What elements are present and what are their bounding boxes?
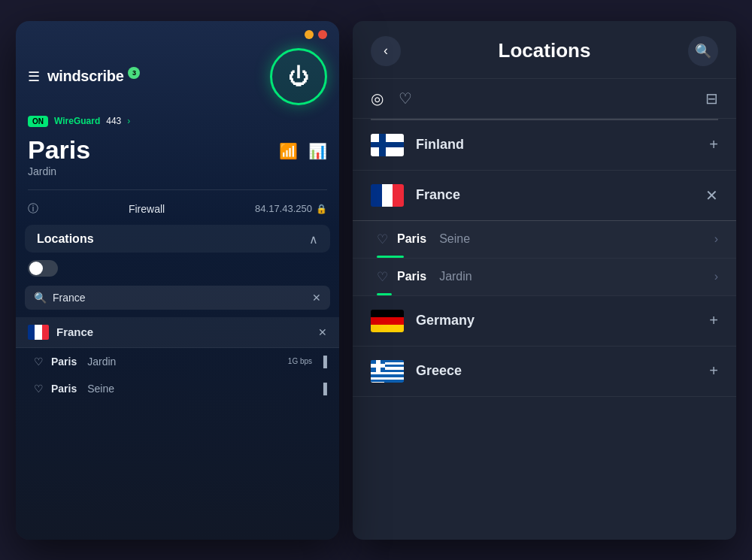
status-icons: 📶 📊 [279, 136, 327, 160]
toggle-knob [29, 262, 43, 275]
france-servers: ♡ Paris Seine › ♡ Paris Jardin › [353, 221, 736, 296]
region-name: Jardin [28, 165, 90, 177]
power-button-area: ⏻ [270, 48, 327, 105]
back-button[interactable]: ‹ [371, 36, 401, 66]
country-france-row[interactable]: France ✕ [16, 317, 339, 348]
toggle-switch[interactable] [28, 260, 58, 277]
paris-jardin-row[interactable]: ♡ Paris Jardin 1G bps ▐ [16, 348, 339, 375]
sort-icon[interactable]: ⊟ [705, 89, 718, 107]
jardin-chevron-icon: › [714, 270, 718, 283]
city-name: Paris [28, 136, 90, 164]
seine-chevron-icon: › [714, 232, 718, 246]
traffic-lights [305, 30, 327, 39]
location-list: France ✕ ♡ Paris Jardin 1G bps ▐ ♡ Paris… [16, 314, 339, 405]
search-button[interactable]: 🔍 [688, 36, 718, 66]
power-button[interactable]: ⏻ [270, 48, 327, 105]
ip-text: 84.17.43.250 [255, 203, 312, 214]
logo-text: windscribe [47, 68, 123, 85]
paris-seine-panel-row[interactable]: ♡ Paris Seine › [353, 221, 736, 259]
paris-jardin-panel-region: Jardin [439, 270, 472, 283]
signal-icon: 📊 [308, 142, 327, 160]
germany-label: Germany [416, 313, 697, 328]
connection-bar: ON WireGuard 443 › [16, 113, 339, 133]
finland-expand-icon[interactable]: + [709, 136, 718, 153]
back-icon: ‹ [384, 43, 388, 59]
heart-jardin-panel-icon[interactable]: ♡ [377, 269, 388, 285]
seine-activity-bar [377, 256, 404, 258]
paris-seine-row[interactable]: ♡ Paris Seine ▐ [16, 375, 339, 402]
paris-jardin-panel-row[interactable]: ♡ Paris Jardin › [353, 259, 736, 296]
paris-jardin-region: Jardin [87, 356, 116, 368]
signal-bars-jardin-icon: ▐ [320, 356, 327, 368]
finland-country-row[interactable]: Finland + [353, 120, 736, 171]
germany-country-row[interactable]: Germany + [353, 296, 736, 347]
location-display: Paris Jardin 📶 📊 [16, 133, 339, 183]
greece-flag-icon [371, 360, 404, 383]
speed-badge: 1G bps [288, 357, 312, 365]
finland-flag-icon [371, 134, 404, 156]
signal-bars-seine-icon: ▐ [320, 383, 327, 395]
france-label: France [56, 325, 311, 338]
search-panel-icon: 🔍 [695, 43, 711, 59]
germany-flag-icon [371, 310, 404, 332]
compass-icon[interactable]: ◎ [371, 89, 384, 107]
france-big-label: France [416, 187, 693, 203]
heart-seine-icon[interactable]: ♡ [34, 383, 44, 395]
france-flag-icon [28, 325, 49, 340]
panel-header: ‹ Locations 🔍 [353, 21, 736, 79]
paris-seine-city: Paris [51, 383, 77, 395]
ip-address: 84.17.43.250 🔒 [255, 203, 327, 214]
jardin-activity-bar [377, 293, 392, 295]
firewall-row: ⓘ Firewall 84.17.43.250 🔒 [16, 196, 339, 222]
locations-header[interactable]: Locations ∧ [25, 225, 330, 253]
greece-country-row[interactable]: Greece + [353, 347, 736, 397]
port-badge: 443 [106, 116, 121, 126]
favorites-icon[interactable]: ♡ [399, 89, 412, 107]
notification-badge: 3 [128, 67, 140, 79]
protocol-badge[interactable]: WireGuard [54, 116, 100, 126]
france-close-icon[interactable]: ✕ [318, 326, 327, 338]
greece-label: Greece [416, 363, 697, 379]
firewall-label: Firewall [129, 203, 165, 215]
paris-jardin-panel-city: Paris [397, 270, 426, 283]
france-country-row[interactable]: France ✕ [353, 171, 736, 221]
power-icon: ⏻ [288, 64, 309, 89]
close-button[interactable] [318, 30, 327, 39]
title-bar [16, 21, 339, 44]
screen-container: ☰ windscribe 3 ⏻ ON WireGuard 443 › Pari… [16, 21, 736, 540]
paris-seine-panel-city: Paris [397, 232, 426, 246]
toggle-row [16, 256, 339, 281]
divider-1 [28, 189, 327, 190]
locations-scroll[interactable]: Finland + France ✕ ♡ [353, 120, 736, 540]
locations-section-label: Locations [37, 232, 94, 246]
wifi-icon: 📶 [279, 142, 298, 160]
lock-icon: 🔒 [316, 204, 327, 214]
menu-icon[interactable]: ☰ [28, 68, 40, 85]
greece-expand-icon[interactable]: + [709, 362, 718, 380]
location-info: Paris Jardin [28, 136, 90, 177]
app-header: ☰ windscribe 3 ⏻ [16, 44, 339, 113]
panel-title: Locations [499, 39, 591, 62]
paris-jardin-city: Paris [51, 356, 77, 368]
locations-panel: ‹ Locations 🔍 ◎ ♡ ⊟ Finland + [353, 21, 736, 540]
info-icon[interactable]: ⓘ [28, 202, 38, 216]
search-bar[interactable]: 🔍 France ✕ [25, 286, 330, 310]
paris-seine-panel-region: Seine [439, 232, 470, 246]
france-flag-big-icon [371, 184, 404, 207]
heart-seine-panel-icon[interactable]: ♡ [377, 232, 388, 247]
filter-row: ◎ ♡ ⊟ [353, 79, 736, 119]
germany-expand-icon[interactable]: + [709, 312, 718, 329]
clear-icon[interactable]: ✕ [312, 292, 321, 304]
france-collapse-icon[interactable]: ✕ [705, 186, 718, 204]
heart-jardin-icon[interactable]: ♡ [34, 356, 44, 368]
vpn-app-panel: ☰ windscribe 3 ⏻ ON WireGuard 443 › Pari… [16, 21, 339, 540]
search-icon: 🔍 [34, 292, 47, 304]
search-input[interactable]: France [53, 292, 306, 304]
paris-seine-region: Seine [87, 383, 114, 395]
connection-chevron-icon[interactable]: › [127, 116, 130, 126]
on-badge: ON [28, 116, 48, 127]
locations-chevron-icon[interactable]: ∧ [309, 232, 318, 247]
minimize-button[interactable] [305, 30, 314, 39]
finland-label: Finland [416, 137, 697, 153]
